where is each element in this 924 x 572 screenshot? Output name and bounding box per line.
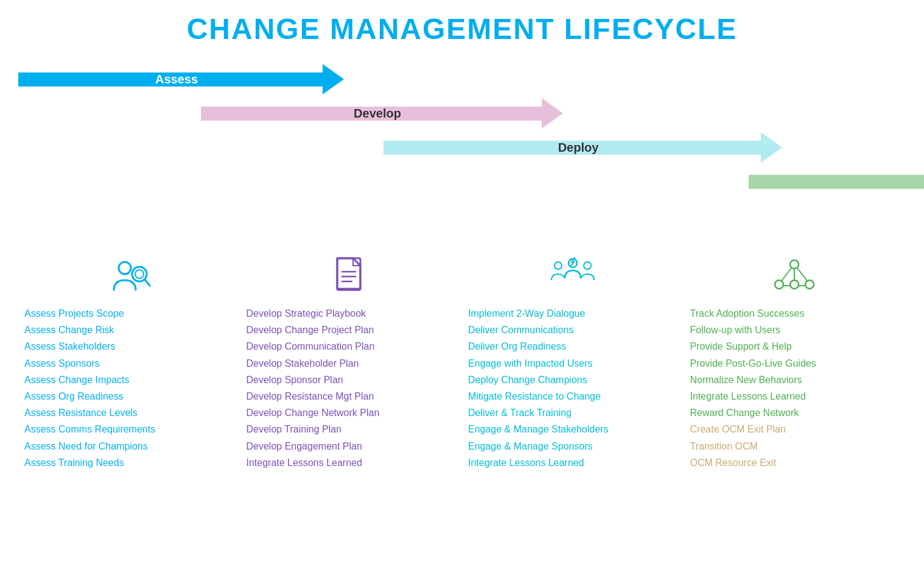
list-item: Develop Strategic Playbook bbox=[247, 305, 457, 322]
arrow-deploy-label: Deploy bbox=[383, 141, 761, 155]
svg-point-10 bbox=[584, 262, 591, 269]
list-item: Assess Org Readiness bbox=[24, 388, 234, 404]
column-assess: Assess Projects Scope Assess Change Risk… bbox=[18, 255, 240, 471]
list-item: Develop Stakeholder Plan bbox=[247, 355, 457, 372]
page-title: CHANGE MANAGEMENT LIFECYCLE bbox=[18, 12, 906, 46]
list-item: Engage & Manage Stakeholders bbox=[468, 421, 678, 437]
list-item: Integrate Lessons Learned bbox=[690, 388, 900, 404]
list-item: OCM Resource Exit bbox=[690, 454, 900, 471]
list-item: Develop Change Project Plan bbox=[247, 322, 457, 338]
list-item: Assess Change Risk bbox=[24, 322, 234, 338]
normalize-icon bbox=[690, 255, 900, 298]
list-item: Develop Change Network Plan bbox=[247, 404, 457, 421]
arrow-row-assess: Assess bbox=[18, 64, 906, 94]
list-item: Track Adoption Successes bbox=[690, 305, 900, 322]
list-item: Assess Projects Scope bbox=[24, 305, 234, 322]
columns-container: Assess Projects Scope Assess Change Risk… bbox=[18, 255, 906, 471]
svg-point-13 bbox=[805, 280, 814, 289]
list-item: Mitigate Resistance to Change bbox=[468, 388, 678, 404]
arrow-assess-label: Assess bbox=[18, 72, 323, 87]
list-item: Reward Change Network bbox=[690, 404, 900, 421]
arrow-normalize: Normalize bbox=[749, 166, 924, 197]
list-item: Develop Communication Plan bbox=[247, 338, 457, 355]
svg-point-0 bbox=[119, 262, 131, 274]
arrow-row-exit: Exit bbox=[688, 200, 906, 231]
deploy-icon bbox=[468, 255, 678, 298]
svg-line-16 bbox=[781, 267, 792, 281]
list-item: Deliver Communications bbox=[468, 322, 678, 338]
arrow-assess-tip bbox=[323, 64, 344, 94]
list-item: Deploy Change Champions bbox=[468, 372, 678, 388]
arrow-develop: Develop bbox=[201, 98, 563, 129]
svg-point-14 bbox=[790, 280, 799, 289]
list-item: Integrate Lessons Learned bbox=[247, 454, 457, 471]
arrow-row-deploy: Deploy bbox=[201, 132, 906, 163]
list-item: Develop Training Plan bbox=[247, 421, 457, 437]
list-item: Assess Training Needs bbox=[24, 454, 234, 471]
svg-point-9 bbox=[555, 262, 562, 269]
list-item: Develop Sponsor Plan bbox=[247, 372, 457, 388]
svg-line-2 bbox=[145, 280, 150, 286]
assess-icon bbox=[24, 255, 234, 298]
svg-line-17 bbox=[797, 267, 808, 281]
list-item: Engage with Impacted Users bbox=[468, 355, 678, 372]
arrow-row-develop: Develop bbox=[110, 98, 906, 129]
list-item: Deliver & Track Training bbox=[468, 404, 678, 421]
deploy-items-list: Implement 2-Way Dialogue Deliver Communi… bbox=[468, 305, 678, 471]
develop-items-list: Develop Strategic Playbook Develop Chang… bbox=[247, 305, 457, 471]
svg-point-3 bbox=[135, 270, 144, 278]
column-deploy: Implement 2-Way Dialogue Deliver Communi… bbox=[462, 255, 684, 471]
column-develop: Develop Strategic Playbook Develop Chang… bbox=[240, 255, 463, 471]
arrow-develop-tip bbox=[542, 98, 563, 129]
arrow-develop-label: Develop bbox=[201, 107, 542, 121]
arrow-normalize-label: Normalize bbox=[749, 175, 924, 189]
list-item: Assess Need for Champions bbox=[24, 438, 234, 454]
list-item: Assess Resistance Levels bbox=[24, 404, 234, 421]
list-item: Implement 2-Way Dialogue bbox=[468, 305, 678, 322]
normalize-items-list: Track Adoption Successes Follow-up with … bbox=[690, 305, 900, 471]
list-item: Normalize New Behaviors bbox=[690, 372, 900, 388]
arrows-container: Assess Develop Deploy Normalize Exit bbox=[18, 64, 906, 231]
list-item: Assess Change Impacts bbox=[24, 372, 234, 388]
list-item: Deliver Org Readiness bbox=[468, 338, 678, 355]
list-item: Assess Sponsors bbox=[24, 355, 234, 372]
list-item: Provide Support & Help bbox=[690, 338, 900, 355]
list-item: Transition OCM bbox=[690, 438, 900, 454]
column-normalize: Track Adoption Successes Follow-up with … bbox=[684, 255, 906, 471]
list-item: Create OCM Exit Plan bbox=[690, 421, 900, 437]
list-item: Develop Engagement Plan bbox=[247, 438, 457, 454]
list-item: Provide Post-Go-Live Guides bbox=[690, 355, 900, 372]
develop-icon bbox=[247, 255, 457, 298]
arrow-row-normalize: Normalize bbox=[383, 166, 906, 197]
assess-items-list: Assess Projects Scope Assess Change Risk… bbox=[24, 305, 234, 471]
list-item: Follow-up with Users bbox=[690, 322, 900, 338]
list-item: Assess Comms Requirements bbox=[24, 421, 234, 437]
svg-point-12 bbox=[775, 280, 783, 289]
arrow-assess: Assess bbox=[18, 64, 344, 94]
list-item: Develop Resistance Mgt Plan bbox=[247, 388, 457, 404]
arrow-deploy-tip bbox=[761, 132, 782, 163]
list-item: Assess Stakeholders bbox=[24, 338, 234, 355]
arrow-deploy: Deploy bbox=[383, 132, 782, 163]
list-item: Engage & Manage Sponsors bbox=[468, 438, 678, 454]
list-item: Integrate Lessons Learned bbox=[468, 454, 678, 471]
